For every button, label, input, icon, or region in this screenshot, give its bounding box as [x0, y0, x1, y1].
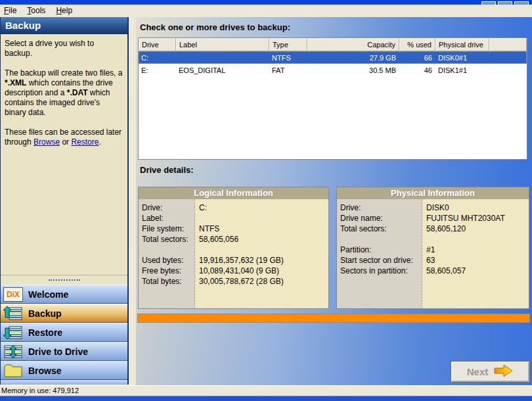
drive-table: Drive Label Type Capacity % used Physica… [138, 37, 527, 160]
sidebar-title: Backup [1, 17, 127, 34]
taskbar-edge [0, 396, 532, 401]
sidebar-item-backup[interactable]: Backup [1, 304, 127, 323]
details-heading: Drive details: [140, 165, 194, 175]
physical-panel-title: Physical Information [337, 187, 529, 199]
col-header-filler [489, 38, 527, 51]
sidebar-paragraph-2: The backup will create two files, a *.XM… [5, 68, 123, 118]
col-header-type[interactable]: Type [269, 38, 307, 51]
window-titlebar [0, 0, 532, 5]
next-button[interactable]: Next [451, 361, 530, 383]
sidebar-description: Select a drive you wish to backup. The b… [1, 34, 127, 275]
progress-bar [137, 314, 530, 323]
sidebar-splitter-handle[interactable] [1, 275, 127, 285]
browse-link[interactable]: Browse [33, 137, 60, 147]
menu-tools[interactable]: Tools [22, 5, 51, 16]
folder-icon [3, 362, 24, 379]
main-panel: Check one or more drives to backup: Driv… [136, 17, 532, 385]
table-row-drive-e[interactable]: E: EOS_DIGITAL FAT 30.5 MB 46 DISK1#1 [139, 64, 527, 76]
sidebar-item-drive-to-drive[interactable]: Drive to Drive [1, 342, 127, 361]
col-header-drive[interactable]: Drive [139, 38, 176, 51]
col-header-label[interactable]: Label [176, 38, 269, 51]
table-row-drive-c[interactable]: C: NTFS 27.9 GB 66 DISK0#1 [139, 51, 527, 64]
sidebar-item-browse[interactable]: Browse [1, 361, 127, 380]
menu-help[interactable]: Help [51, 5, 78, 16]
sidebar-item-restore[interactable]: Restore [1, 323, 127, 342]
sidebar-paragraph-3: These files can be accessed later throug… [5, 128, 123, 147]
physical-information-panel: Physical Information Drive: Drive name: … [336, 187, 529, 309]
backup-drive-up-arrow-icon [3, 305, 24, 322]
logical-labels: Drive: Label: File system: Total sectors… [139, 199, 195, 308]
sidebar-item-welcome[interactable]: DiX Welcome [1, 285, 127, 304]
logical-panel-title: Logical Information [139, 187, 328, 199]
memory-status: Memory in use: 479,912 [1, 387, 79, 394]
menu-file[interactable]: File [0, 5, 22, 16]
restore-drive-down-arrow-icon [3, 324, 24, 341]
drive-table-header: Drive Label Type Capacity % used Physica… [139, 38, 527, 51]
drive-to-drive-arrows-icon [3, 343, 24, 360]
sidebar-paragraph-1: Select a drive you wish to backup. [5, 39, 123, 59]
physical-values: DISK0 FUJITSU MHT2030AT 58,605,120 #1 63… [422, 199, 529, 308]
col-header-used[interactable]: % used [399, 38, 435, 51]
sidebar: Backup Select a drive you wish to backup… [0, 17, 129, 385]
next-arrow-icon [494, 364, 514, 381]
menu-bar: File Tools Help [0, 5, 532, 17]
status-bar: Memory in use: 479,912 [0, 385, 532, 396]
drives-heading: Check one or more drives to backup: [140, 22, 290, 32]
physical-labels: Drive: Drive name: Total sectors: Partit… [337, 199, 422, 308]
col-header-physical[interactable]: Physical drive [435, 38, 489, 51]
logical-information-panel: Logical Information Drive: Label: File s… [138, 187, 329, 309]
sidebar-filler [1, 380, 127, 385]
dix-logo-icon: DiX [3, 286, 24, 303]
restore-link[interactable]: Restore [71, 137, 99, 147]
col-header-capacity[interactable]: Capacity [307, 38, 399, 51]
logical-values: C: NTFS 58,605,056 19,916,357,632 (19 GB… [195, 199, 328, 308]
